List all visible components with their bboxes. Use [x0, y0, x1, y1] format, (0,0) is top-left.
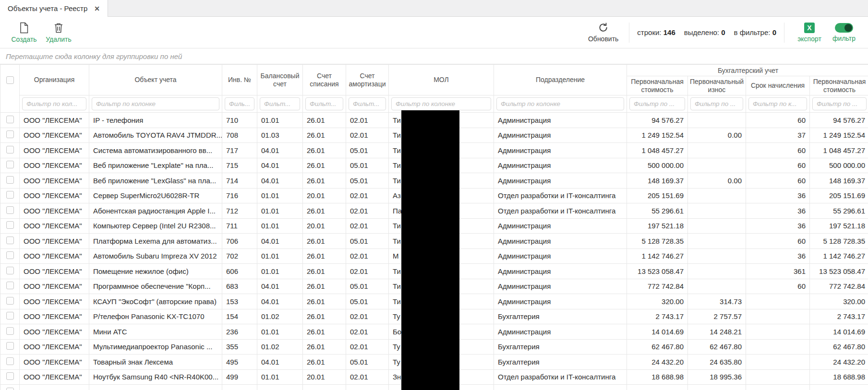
row-checkbox[interactable]: [6, 161, 14, 168]
cell-cost1: 18 688.98: [627, 369, 688, 385]
cell-cost2: 14 014.69: [810, 324, 868, 340]
cell-org: ООО "ЛЕКСЕМА": [20, 218, 89, 234]
cell-bal: 01.02: [257, 339, 303, 355]
refresh-button[interactable]: Обновить: [585, 21, 621, 44]
column-header-obj[interactable]: Объект учета: [89, 65, 222, 95]
filter-input-term[interactable]: [748, 97, 807, 110]
cell-term: [746, 309, 810, 324]
column-header-mol[interactable]: МОЛ: [389, 65, 494, 95]
row-checkbox[interactable]: [6, 206, 14, 214]
filter-input-dep[interactable]: [496, 97, 624, 110]
cell-dep: Бухгалтерия: [494, 309, 627, 324]
filter-input-bal[interactable]: [260, 97, 300, 110]
toolbar-right-section: Обновить строки: 146 выделено: 0 в фильт…: [585, 21, 861, 44]
filter-input-inv[interactable]: [225, 97, 254, 110]
row-checkbox[interactable]: [6, 130, 14, 138]
filter-toggle-button[interactable]: фильтр: [827, 22, 861, 43]
column-header-term[interactable]: Срок начисления: [746, 76, 810, 95]
row-select-cell: [0, 339, 20, 355]
column-header-dep[interactable]: Подразделение: [494, 65, 627, 95]
cell-dep: Бухгалтерия: [494, 339, 627, 355]
cell-cost1: 2 743.17: [627, 309, 688, 324]
column-header-cost2[interactable]: Первоначальная стоимость: [810, 76, 868, 95]
row-select-cell: [0, 158, 20, 173]
cell-dep: Администрация: [494, 324, 627, 340]
column-header-bal[interactable]: Балансовый счет: [257, 65, 303, 95]
cell-wear: [688, 158, 746, 173]
cell-obj: Программное обеспечение "Корп...: [89, 279, 222, 294]
filter-input-mol[interactable]: [391, 97, 491, 110]
cell-org: ООО "ЛЕКСЕМА": [20, 279, 89, 294]
export-button[interactable]: X экспорт: [792, 22, 827, 44]
row-checkbox[interactable]: [6, 146, 14, 154]
filter-input-cost1[interactable]: [629, 97, 685, 110]
row-checkbox[interactable]: [6, 372, 14, 380]
cell-inv: 702: [222, 248, 257, 264]
filter-input-obj[interactable]: [92, 97, 219, 110]
cell-cost1: 94 576.27: [627, 113, 688, 128]
cell-amo: 05.01: [346, 234, 389, 249]
cell-wear: 14 248.21: [688, 324, 746, 340]
cell-cost1: 1 142 746.27: [627, 248, 688, 264]
row-checkbox[interactable]: [6, 388, 14, 390]
column-header-inv[interactable]: Инв. №: [222, 65, 257, 95]
filter-input-amo[interactable]: [349, 97, 386, 110]
cell-bal: 01.01: [257, 203, 303, 219]
cell-cost2: 13 523 058.47: [810, 264, 868, 279]
tab-close-icon[interactable]: ✕: [94, 5, 100, 12]
column-header-amo[interactable]: Счет амортизаци: [346, 65, 389, 95]
column-header-cost1[interactable]: Первоначальная стоимость: [627, 76, 688, 95]
cell-wear: 0.00: [688, 128, 746, 143]
row-checkbox[interactable]: [6, 357, 14, 365]
cell-off: 26.01: [303, 128, 346, 143]
row-checkbox[interactable]: [6, 327, 14, 335]
select-all-checkbox[interactable]: [6, 76, 14, 84]
row-checkbox[interactable]: [6, 312, 14, 319]
row-checkbox[interactable]: [6, 267, 14, 274]
row-checkbox[interactable]: [6, 297, 14, 305]
row-select-cell: [0, 128, 20, 143]
filter-cell-amo: [346, 95, 389, 113]
filter-input-cost2[interactable]: [812, 97, 867, 110]
cell-cost2: 24 432.20: [810, 355, 868, 370]
tab-objects-registry[interactable]: Объекты учета - Реестр ✕: [0, 0, 108, 17]
cell-term: 36: [746, 203, 810, 219]
row-checkbox[interactable]: [6, 116, 14, 123]
stat-filtered-label: в фильтре:: [734, 28, 771, 36]
stat-rows: строки: 146: [637, 28, 675, 36]
filter-input-off[interactable]: [305, 97, 343, 110]
row-checkbox[interactable]: [6, 221, 14, 229]
row-checkbox[interactable]: [6, 251, 14, 259]
filter-toggle-switch-icon[interactable]: [835, 23, 853, 33]
cell-org: ООО "ЛЕКСЕМА": [20, 355, 89, 370]
row-checkbox[interactable]: [6, 176, 14, 184]
filter-input-wear[interactable]: [690, 97, 743, 110]
column-header-wear[interactable]: Первоначальный износ: [688, 76, 746, 95]
cell-cost1: 320.00: [627, 294, 688, 309]
row-select-cell: [0, 309, 20, 324]
cell-cost1: 205 151.69: [627, 188, 688, 203]
row-checkbox[interactable]: [6, 282, 14, 289]
cell-off: 26.01: [303, 173, 346, 189]
row-checkbox[interactable]: [6, 236, 14, 244]
cell-org: ООО "ЛЕКСЕМА": [20, 158, 89, 173]
cell-amo: 02.01: [346, 218, 389, 234]
row-checkbox[interactable]: [6, 191, 14, 199]
cell-obj: Ноутбук Samsung R40 <NR-R40K00...: [89, 369, 222, 385]
filter-input-org[interactable]: [22, 97, 86, 110]
cell-cost2: [810, 385, 868, 390]
cell-wear: [688, 264, 746, 279]
cell-inv: 712: [222, 203, 257, 219]
cell-wear: [688, 234, 746, 249]
cell-off: 26.01: [303, 203, 346, 219]
delete-button[interactable]: Удалить: [41, 21, 76, 44]
row-checkbox[interactable]: [6, 342, 14, 350]
column-header-off[interactable]: Счет списания: [303, 65, 346, 95]
group-by-bar[interactable]: Перетащите сюда колонку для группировки …: [0, 48, 868, 64]
cell-dep: Администрация: [494, 158, 627, 173]
cell-obj: Помещение нежилое (офис): [89, 264, 222, 279]
filter-cell-term: [746, 95, 810, 113]
toolbar-divider: [629, 23, 629, 43]
create-button[interactable]: Создать: [7, 21, 41, 44]
column-header-org[interactable]: Организация: [20, 65, 89, 95]
